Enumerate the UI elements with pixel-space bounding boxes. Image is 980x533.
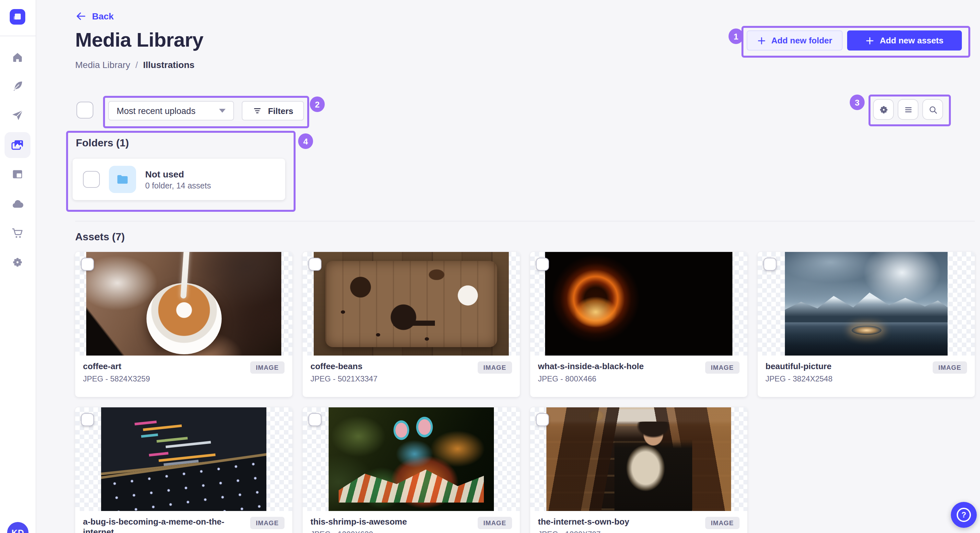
assets-grid: coffee-art JPEG - 5824X3259 IMAGE coffee… xyxy=(75,252,975,533)
home-icon xyxy=(11,51,24,63)
list-icon xyxy=(902,104,913,115)
strapi-logo[interactable] xyxy=(10,9,25,25)
asset-thumbnail xyxy=(303,252,520,355)
asset-checkbox[interactable] xyxy=(536,413,549,426)
asset-photo-black-hole xyxy=(546,252,732,355)
asset-checkbox[interactable] xyxy=(764,258,776,271)
sidebar-divider xyxy=(0,36,36,36)
asset-type-badge: IMAGE xyxy=(250,362,285,374)
folder-name: Not used xyxy=(145,169,211,179)
asset-thumbnail xyxy=(303,408,520,511)
add-new-assets-button[interactable]: Add new assets xyxy=(847,30,962,51)
breadcrumb-current: Illustrations xyxy=(143,60,194,70)
asset-meta: JPEG - 800X466 xyxy=(538,374,644,383)
asset-meta: JPEG - 1200X630 xyxy=(310,530,407,533)
cart-icon xyxy=(11,227,24,240)
gear-icon xyxy=(11,256,24,269)
asset-title: the-internet-s-own-boy xyxy=(538,517,629,527)
sidebar-item-marketplace[interactable] xyxy=(5,220,30,246)
view-settings-button[interactable] xyxy=(873,99,894,120)
asset-checkbox[interactable] xyxy=(309,413,321,426)
asset-thumbnail xyxy=(75,408,292,511)
asset-title: this-shrimp-is-awesome xyxy=(310,517,407,527)
assets-heading: Assets (7) xyxy=(75,231,125,243)
back-label: Back xyxy=(92,11,114,21)
add-new-assets-label: Add new assets xyxy=(880,36,944,45)
annotation-badge-2: 2 xyxy=(310,97,325,112)
chevron-down-icon xyxy=(219,109,226,113)
asset-title: coffee-art xyxy=(83,362,150,372)
sidebar-item-content-type-builder[interactable] xyxy=(5,161,30,187)
asset-thumbnail xyxy=(530,408,747,511)
sort-select-value: Most recent uploads xyxy=(117,106,196,116)
asset-photo-shrimp xyxy=(329,408,493,511)
question-mark-icon: ? xyxy=(957,508,971,522)
asset-thumbnail xyxy=(758,252,975,355)
page-title: Media Library xyxy=(75,29,203,52)
asset-checkbox[interactable] xyxy=(309,258,321,271)
asset-card[interactable]: beautiful-picture JPEG - 3824X2548 IMAGE xyxy=(758,252,975,397)
asset-card[interactable]: the-internet-s-own-boy JPEG - 1200X707 I… xyxy=(530,408,747,533)
folders-heading: Folders (1) xyxy=(76,137,129,149)
help-button[interactable]: ? xyxy=(951,502,977,528)
annotation-badge-1: 1 xyxy=(729,29,743,44)
asset-type-badge: IMAGE xyxy=(250,517,285,529)
select-all-checkbox[interactable] xyxy=(76,102,93,119)
sidebar-item-publish[interactable] xyxy=(5,102,30,128)
asset-title: what-s-inside-a-black-hole xyxy=(538,362,644,372)
asset-checkbox[interactable] xyxy=(81,413,94,426)
add-new-folder-button[interactable]: Add new folder xyxy=(747,30,843,51)
folder-card[interactable]: Not used 0 folder, 14 assets xyxy=(73,159,285,200)
strapi-logo-icon xyxy=(11,10,24,23)
paper-plane-icon xyxy=(11,109,24,122)
sidebar: KD xyxy=(0,0,36,533)
breadcrumb-parent[interactable]: Media Library xyxy=(75,60,130,70)
asset-type-badge: IMAGE xyxy=(932,362,967,374)
cloud-icon xyxy=(11,197,24,211)
folder-checkbox[interactable] xyxy=(83,171,100,188)
folder-meta: 0 folder, 14 assets xyxy=(145,181,211,190)
asset-meta: JPEG - 3824X2548 xyxy=(765,374,832,383)
list-view-button[interactable] xyxy=(898,99,918,120)
asset-type-badge: IMAGE xyxy=(477,362,512,374)
asset-checkbox[interactable] xyxy=(81,258,94,271)
asset-meta: JPEG - 5021X3347 xyxy=(310,374,377,383)
plus-icon xyxy=(865,36,875,45)
asset-card[interactable]: coffee-beans JPEG - 5021X3347 IMAGE xyxy=(303,252,520,397)
folder-tile xyxy=(109,166,136,193)
asset-photo-coffee-beans xyxy=(314,252,509,355)
asset-photo-library-boy xyxy=(546,408,731,511)
sidebar-item-cloud[interactable] xyxy=(5,191,30,217)
annotation-badge-4: 4 xyxy=(298,133,313,149)
asset-type-badge: IMAGE xyxy=(705,362,740,374)
asset-card[interactable]: coffee-art JPEG - 5824X3259 IMAGE xyxy=(75,252,292,397)
asset-card[interactable]: this-shrimp-is-awesome JPEG - 1200X630 I… xyxy=(303,408,520,533)
breadcrumb-separator: / xyxy=(135,60,138,70)
media-library-icon xyxy=(10,138,25,152)
sort-select[interactable]: Most recent uploads xyxy=(108,101,234,121)
annotation-badge-3: 3 xyxy=(850,95,865,110)
asset-title: coffee-beans xyxy=(310,362,377,372)
sidebar-item-home[interactable] xyxy=(5,44,30,70)
search-button[interactable] xyxy=(922,99,943,120)
asset-card[interactable]: a-bug-is-becoming-a-meme-on-the-internet… xyxy=(75,408,292,533)
sidebar-item-media-library[interactable] xyxy=(5,132,30,158)
cog-icon xyxy=(878,104,889,115)
back-link[interactable]: Back xyxy=(75,10,114,22)
asset-photo-laptop-code xyxy=(101,408,266,511)
filters-button[interactable]: Filters xyxy=(242,101,304,121)
asset-photo-beautiful-picture xyxy=(785,252,948,355)
asset-checkbox[interactable] xyxy=(536,258,549,271)
user-avatar[interactable]: KD xyxy=(7,522,29,533)
media-library-page: KD Back Media Library Media Library / Il… xyxy=(0,0,980,533)
back-arrow-icon xyxy=(75,10,87,22)
folder-icon xyxy=(116,173,129,186)
section-divider xyxy=(75,221,975,222)
filter-icon xyxy=(253,106,263,116)
asset-card[interactable]: what-s-inside-a-black-hole JPEG - 800X46… xyxy=(530,252,747,397)
sidebar-item-content[interactable] xyxy=(5,73,30,99)
layout-icon xyxy=(11,168,24,181)
search-icon xyxy=(927,104,938,115)
asset-thumbnail xyxy=(75,252,292,355)
sidebar-item-settings[interactable] xyxy=(5,249,30,275)
